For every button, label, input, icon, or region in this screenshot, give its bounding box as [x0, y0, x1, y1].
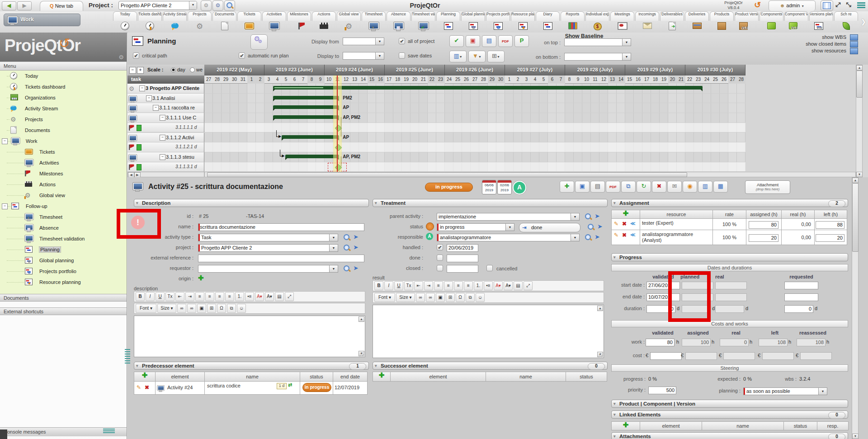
gantt-task-row[interactable]: −3.1.1.2 Activi — [127, 133, 204, 143]
sidebar-item-milestones[interactable]: Milestones — [0, 168, 127, 179]
toolbar-tab-components[interactable]: Components — [759, 11, 784, 32]
scroll-left-icon[interactable]: ◀ — [128, 172, 134, 177]
editor-align-center-icon[interactable]: ≡ — [205, 292, 214, 301]
search-icon[interactable] — [343, 234, 351, 241]
parent-activity-select[interactable]: implementazione▼ — [437, 213, 580, 221]
scroll-right-icon[interactable]: ▶ — [134, 172, 141, 177]
editor-bulleted-list-icon[interactable]: •≡ — [245, 292, 254, 301]
search-icon[interactable] — [587, 223, 595, 231]
chevron-down-icon[interactable]: ▼ — [571, 234, 580, 241]
calendar-date-icon[interactable]: 06/062019 — [482, 180, 496, 194]
editor-align-left-icon[interactable]: ≡ — [195, 292, 204, 301]
chevron-down-icon[interactable]: ▼ — [818, 387, 827, 395]
sidebar-item-projects[interactable]: ⚙Projects — [0, 114, 127, 125]
gantt-vscroll-thumb[interactable] — [856, 71, 863, 98]
assigned-hours-field[interactable]: 80 — [749, 221, 778, 229]
zoom-in-icon[interactable]: + — [137, 67, 144, 74]
work-validated-field[interactable]: 80 — [646, 339, 675, 346]
end-requested-field[interactable] — [784, 293, 818, 301]
gantt-bar[interactable] — [282, 135, 339, 139]
scroll-down-icon[interactable]: ▼ — [856, 172, 863, 177]
editor-align-center-icon[interactable]: ≡ — [444, 281, 453, 290]
toolbar-tab-global-view[interactable]: Global view⚙▮ — [336, 11, 361, 32]
editor-underline-icon[interactable]: U — [394, 281, 403, 290]
editor-maximize-icon[interactable]: ⤢ — [285, 292, 294, 301]
duration-real-field[interactable] — [715, 305, 744, 313]
section-assignment[interactable]: Assignment2 — [611, 199, 848, 207]
handled-checkbox[interactable]: ✔ — [437, 244, 443, 250]
left-hours-field[interactable]: 88 — [816, 221, 844, 229]
forward-icon[interactable]: ▶ — [17, 1, 32, 10]
external-shortcuts-panel-header[interactable]: External shortcuts — [0, 307, 127, 315]
chevron-down-icon[interactable]: ▼ — [505, 223, 514, 231]
search-icon[interactable] — [343, 265, 351, 272]
section-description[interactable]: Description — [134, 199, 369, 207]
add-assignment-button[interactable]: ✚ — [611, 210, 640, 219]
status-badge[interactable]: in progress — [425, 183, 473, 192]
handled-date-field[interactable]: 20/06/2019 — [447, 244, 478, 252]
copy-icon[interactable]: ⧉ — [621, 181, 636, 193]
editor-maximize-icon[interactable]: ⤢ — [524, 281, 533, 290]
toolbar-tab-individual-expense[interactable]: Individual expense$ — [585, 11, 610, 32]
delete-icon[interactable]: ✖ — [622, 221, 627, 227]
resize-handle-icon[interactable] — [360, 352, 364, 356]
planning-view-icon[interactable]: ▦ — [713, 181, 728, 193]
resize-columns-icon[interactable] — [821, 0, 833, 11]
row-expander-icon[interactable]: − — [160, 115, 165, 121]
search-icon[interactable] — [224, 0, 235, 11]
start-requested-field[interactable] — [784, 282, 818, 289]
goto-icon[interactable]: ➤ — [354, 244, 362, 251]
display-from-select[interactable]: ▼ — [343, 38, 384, 45]
toolbar-tab-absence[interactable]: Absence▦ — [386, 11, 411, 32]
toolbar-tab-timesheet[interactable]: Timesheet◔ — [361, 11, 386, 32]
editor-paste-icon[interactable]: ⧉ — [227, 304, 236, 313]
toolbar-tab-projects-portfolio[interactable]: Projects portfolio⚙ — [486, 11, 510, 32]
link-type-icon[interactable]: ⇄ — [288, 382, 292, 388]
edit-icon[interactable]: ✎ — [614, 232, 618, 238]
editor-special-char-icon[interactable]: Ω — [217, 304, 226, 313]
work-left-field[interactable]: 108 — [759, 339, 788, 346]
gantt-task-row[interactable]: −3.1.1 raccolta re — [127, 103, 204, 113]
toolbar-scroll-right-icon[interactable]: ❯ — [861, 18, 866, 25]
splitter-grip-handle[interactable] — [125, 349, 130, 364]
predecessor-element-label[interactable]: Activity #24 — [167, 385, 193, 390]
console-grip-handle[interactable] — [103, 429, 115, 434]
project-selector[interactable]: Progetto APP Cliente 2▼ — [118, 1, 197, 10]
sidebar-item-follow-up[interactable]: −Follow-up — [0, 201, 127, 212]
sidebar-item-global-view[interactable]: ⚙▮Global view — [0, 190, 127, 201]
sidebar-item-tickets-dashboard[interactable]: ▮Tickets dashboard — [0, 81, 127, 92]
add-successor-button[interactable]: ✚ — [373, 372, 391, 382]
duration-requested-field[interactable]: 0 — [784, 305, 813, 313]
run-plan-button[interactable]: ⚙⚙ — [250, 34, 268, 50]
scroll-down-icon[interactable]: ▼ — [852, 434, 859, 439]
editor-outdent-icon[interactable]: ⇤ — [414, 281, 423, 290]
editor-background-color-icon[interactable]: A▾ — [504, 281, 513, 290]
row-expander-icon[interactable]: − — [139, 85, 145, 91]
expand-icon[interactable]: ⤢ — [835, 1, 840, 9]
gantt-task-row[interactable]: 3.1.1.2.1 d — [127, 142, 204, 152]
editor-smiley-icon[interactable]: ☺ — [476, 293, 485, 302]
editor-image-icon[interactable]: ▣ — [197, 304, 206, 313]
row-expander-icon[interactable]: − — [160, 154, 165, 160]
scroll-up-icon[interactable]: ▲ — [852, 178, 859, 183]
section-treatment[interactable]: Treatment — [373, 199, 608, 207]
delete-icon[interactable]: ✖ — [652, 181, 666, 193]
toolbar-tab-resource-planning[interactable]: Resource planning☻ — [510, 11, 535, 32]
section-attachments[interactable]: Attachments0 — [611, 432, 848, 439]
filter-icon[interactable]: ▼▼ — [468, 51, 486, 62]
gantt-task-row[interactable]: 3.1.1.1.1 d — [127, 123, 204, 133]
result-editor-textarea[interactable]: ▲▼ — [373, 305, 604, 358]
toolbar-tab-meetings[interactable]: Meetings — [610, 11, 635, 32]
toolbar-tab-timesheet-validation[interactable]: Timesheet validation✔ — [411, 11, 436, 32]
print-icon[interactable]: ▤ — [590, 181, 605, 193]
editor-italic-icon[interactable]: I — [384, 281, 393, 290]
gantt-task-row[interactable]: −3.1.1.3 stesu — [127, 152, 204, 162]
edit-icon[interactable]: ✎ — [614, 221, 618, 227]
toolbar-tab-reports[interactable]: Reports — [560, 11, 585, 32]
toolbar-tab-milestones[interactable]: Milestones — [287, 11, 311, 32]
editor-image-icon[interactable]: ▣ — [436, 293, 445, 302]
delete-icon[interactable]: ✖ — [145, 384, 149, 391]
collapse-expander-icon[interactable]: − — [2, 203, 8, 209]
toolbar-tab-activities[interactable]: Activities — [262, 11, 287, 32]
editor-indent-icon[interactable]: ⇥ — [424, 281, 433, 290]
